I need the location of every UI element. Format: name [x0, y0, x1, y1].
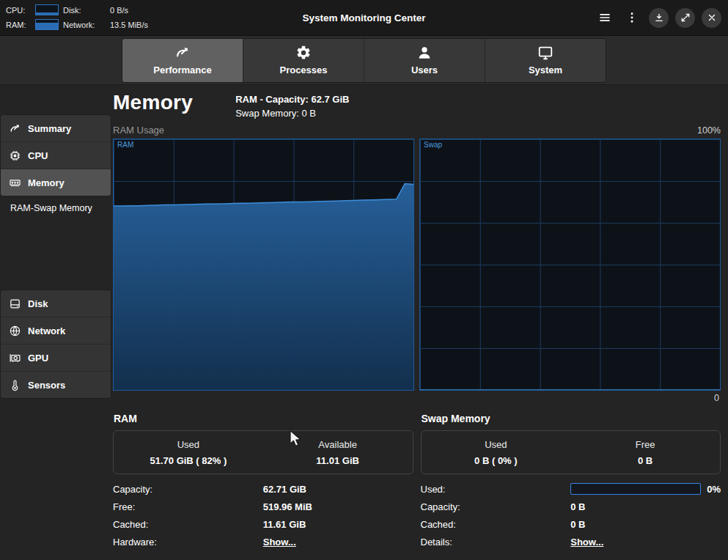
swap-free-cell: Free 0 B — [570, 431, 720, 474]
row-label: Capacity: — [421, 501, 571, 512]
cpu-chip-icon — [9, 150, 21, 162]
page-title: Memory — [113, 92, 193, 113]
row-label: Hardware: — [113, 537, 263, 548]
ram-section-title: RAM — [114, 413, 413, 424]
sidebar-subitem-ram-swap[interactable]: RAM-Swap Memory — [0, 196, 111, 213]
sidebar-group-devices: Disk Network GPU Sensors — [0, 290, 111, 399]
ram-capacity-line: RAM - Capacity: 62.7 GiB — [235, 94, 349, 105]
swap-free-value: 0 B — [638, 455, 652, 466]
ram-free-row: Free: 519.96 MiB — [113, 498, 413, 515]
sidebar-item-label: CPU — [28, 150, 48, 161]
ram-available-header: Available — [318, 439, 357, 450]
ram-chart-plot — [114, 139, 413, 390]
tab-system[interactable]: System — [485, 39, 606, 82]
memory-title-row: Memory RAM - Capacity: 62.7 GiB Swap Mem… — [113, 92, 721, 119]
ram-cached-row: Cached: 11.61 GiB — [113, 515, 413, 533]
sidebar-item-network[interactable]: Network — [1, 317, 111, 345]
sidebar-item-label: Summary — [28, 123, 71, 134]
hardware-show-link[interactable]: Show... — [263, 537, 296, 548]
user-icon — [416, 45, 433, 61]
row-label: Details: — [421, 537, 571, 548]
hamburger-icon — [598, 11, 611, 24]
ram-mini-graph-fill — [36, 23, 58, 29]
details-show-link[interactable]: Show... — [570, 537, 603, 548]
globe-icon — [9, 325, 21, 337]
row-label: Capacity: — [113, 484, 263, 495]
sidebar-item-label: Network — [28, 325, 65, 336]
ram-stat-label: RAM: — [6, 21, 31, 29]
window-controls — [595, 0, 721, 35]
sidebar-item-sensors[interactable]: Sensors — [1, 372, 111, 398]
sidebar-item-summary[interactable]: Summary — [1, 115, 111, 142]
swap-used-progressbar — [570, 483, 701, 495]
gpu-card-icon — [9, 352, 21, 364]
sidebar-item-memory[interactable]: Memory — [1, 169, 111, 196]
row-value: 0 B — [570, 501, 585, 512]
swap-used-row: Used: 0% — [421, 480, 721, 498]
kebab-icon — [625, 11, 639, 24]
sidebar-item-label: Memory — [28, 177, 65, 188]
sidebar-item-gpu[interactable]: GPU — [1, 345, 111, 372]
swap-details-column: Swap Memory Used 0 B ( 0% ) Free 0 B Use… — [421, 413, 721, 550]
cpu-mini-graph-fill — [36, 12, 58, 15]
download-icon — [654, 12, 664, 23]
usage-header-row: RAM Usage 100% — [113, 125, 721, 136]
tab-group: Performance Processes Users System — [122, 38, 606, 83]
ram-available-cell: Available 11.01 GiB — [263, 431, 413, 474]
ram-mini-graph — [35, 19, 59, 30]
row-label: Free: — [113, 501, 263, 512]
tab-system-label: System — [529, 65, 562, 75]
swap-section-title: Swap Memory — [422, 413, 721, 424]
swap-usage-chart: Swap — [419, 139, 721, 391]
close-icon — [707, 12, 717, 23]
swap-chart-plot — [420, 139, 720, 390]
chart-y-max-label: 100% — [697, 125, 721, 136]
row-value: 0 B — [570, 519, 585, 530]
sidebar-item-label: GPU — [28, 353, 48, 364]
swap-used-percent: 0% — [707, 484, 721, 495]
kebab-menu-button[interactable] — [622, 7, 642, 28]
tab-processes-label: Processes — [279, 65, 327, 75]
sidebar-item-cpu[interactable]: CPU — [1, 142, 111, 169]
tab-processes[interactable]: Processes — [243, 39, 364, 82]
download-button[interactable] — [649, 8, 669, 28]
row-value: 11.61 GiB — [263, 519, 306, 530]
sidebar-item-label: Disk — [28, 298, 48, 309]
swap-used-bar-wrap: 0% — [570, 483, 721, 495]
swap-used-cell: Used 0 B ( 0% ) — [422, 431, 571, 474]
ram-used-header: Used — [177, 439, 199, 450]
ram-detail-rows: Capacity: 62.71 GiB Free: 519.96 MiB Cac… — [113, 480, 413, 550]
ram-usage-chart: RAM — [113, 139, 414, 391]
usage-charts: RAM Swap — [113, 139, 721, 391]
ram-stick-icon — [9, 177, 21, 189]
system-monitoring-center-window: CPU: Disk: 0 B/s RAM: Network: 13.5 MiB/… — [0, 0, 728, 560]
cpu-stat-label: CPU: — [6, 6, 31, 15]
expand-icon — [680, 12, 691, 23]
header-bar: CPU: Disk: 0 B/s RAM: Network: 13.5 MiB/… — [0, 0, 728, 36]
hamburger-menu-button[interactable] — [595, 7, 615, 28]
network-stat-value: 13.5 MiB/s — [110, 21, 148, 29]
disk-stat-value: 0 B/s — [110, 6, 148, 15]
ram-details-column: RAM Used 51.70 GiB ( 82% ) Available 11.… — [113, 413, 413, 550]
gear-icon — [295, 45, 312, 61]
cpu-mini-graph — [35, 4, 59, 15]
ram-used-cell: Used 51.70 GiB ( 82% ) — [114, 431, 263, 474]
swap-chart-series-label: Swap — [424, 141, 442, 149]
network-stat-label: Network: — [63, 21, 106, 29]
tab-performance[interactable]: Performance — [122, 39, 243, 82]
close-button[interactable] — [702, 8, 721, 28]
sidebar-item-label: Sensors — [28, 380, 65, 391]
performance-icon — [174, 45, 191, 61]
sidebar-item-disk[interactable]: Disk — [1, 290, 111, 317]
fullscreen-button[interactable] — [675, 8, 695, 28]
tab-strip: Performance Processes Users System — [0, 36, 728, 85]
swap-used-value: 0 B ( 0% ) — [474, 455, 518, 466]
row-value: 519.96 MiB — [263, 501, 312, 512]
tab-users[interactable]: Users — [364, 39, 485, 82]
usage-label: RAM Usage — [113, 125, 164, 136]
tab-users-label: Users — [411, 65, 438, 75]
row-label: Used: — [421, 484, 571, 495]
ram-used-value: 51.70 GiB ( 82% ) — [150, 455, 227, 466]
swap-cached-row: Cached: 0 B — [421, 515, 721, 533]
disk-icon — [9, 298, 21, 310]
